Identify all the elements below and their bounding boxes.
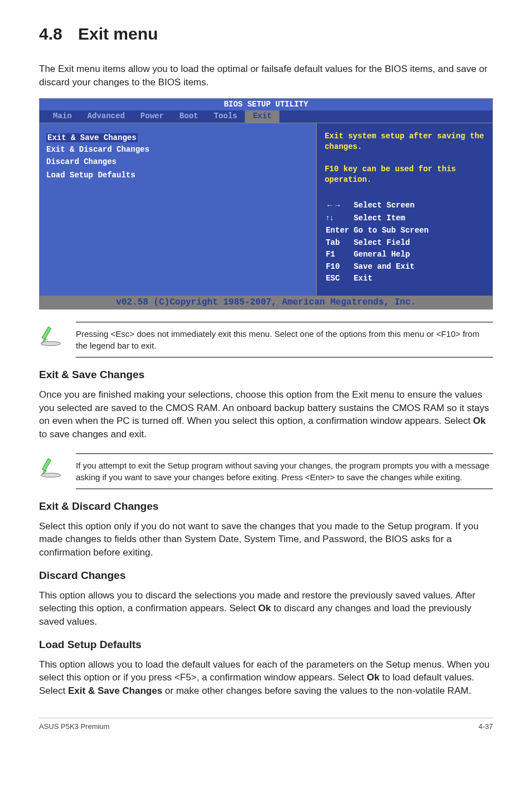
text: Once you are finished making your select… bbox=[39, 389, 489, 427]
menu-item-exit[interactable]: Exit bbox=[245, 110, 279, 123]
menu-item-main[interactable]: Main bbox=[45, 110, 80, 123]
bios-panel: BIOS SETUP UTILITY Main Advanced Power B… bbox=[39, 98, 493, 296]
legend-row: EnterGo to Sub Screen bbox=[326, 225, 432, 236]
svg-rect-2 bbox=[42, 327, 51, 339]
bios-item-defaults[interactable]: Load Setup Defaults bbox=[46, 170, 309, 182]
page-title: 4.8Exit menu bbox=[39, 22, 493, 46]
legend-label: Select Screen bbox=[354, 200, 432, 212]
text: to save changes and exit. bbox=[39, 429, 147, 439]
legend-row: ↑↓Select Item bbox=[326, 212, 432, 224]
legend-row: ESCExit bbox=[326, 273, 432, 284]
legend-row: F10Save and Exit bbox=[326, 262, 432, 273]
bios-help-panel: Exit system setup after saving the chang… bbox=[316, 123, 492, 296]
bios-menu-bar: Main Advanced Power Boot Tools Exit bbox=[40, 110, 492, 123]
menu-item-tools[interactable]: Tools bbox=[206, 110, 245, 123]
subheading-discard: Discard Changes bbox=[39, 568, 493, 583]
section-title-text: Exit menu bbox=[78, 25, 158, 43]
note-text: If you attempt to exit the Setup program… bbox=[76, 453, 493, 489]
paragraph-discard: This option allows you to discard the se… bbox=[39, 589, 493, 629]
bios-item-discard-exit[interactable]: Exit & Discard Changes bbox=[46, 144, 309, 156]
subheading-save: Exit & Save Changes bbox=[39, 368, 493, 383]
arrow-up-down-icon: ↑↓ bbox=[326, 212, 333, 224]
bios-item-discard[interactable]: Discard Changes bbox=[46, 156, 309, 168]
svg-point-0 bbox=[41, 342, 61, 346]
legend-label: Select Item bbox=[354, 212, 432, 224]
arrow-left-right-icon: ←→ bbox=[326, 200, 341, 211]
pencil-icon bbox=[39, 453, 66, 484]
legend-table: ←→Select Screen ↑↓Select Item EnterGo to… bbox=[325, 199, 433, 286]
section-number: 4.8 bbox=[39, 22, 78, 46]
legend-key: F10 bbox=[326, 262, 352, 273]
menu-item-power[interactable]: Power bbox=[133, 110, 172, 123]
svg-point-3 bbox=[41, 473, 61, 477]
document-page: 4.8Exit menu The Exit menu items allow y… bbox=[0, 0, 532, 748]
note-box: If you attempt to exit the Setup program… bbox=[39, 453, 493, 489]
bios-footer: v02.58 (C)Copyright 1985-2007, American … bbox=[39, 296, 493, 310]
bold-text: Ok bbox=[367, 672, 380, 683]
legend-label: Save and Exit bbox=[354, 262, 432, 273]
svg-rect-5 bbox=[42, 458, 51, 471]
legend-key: F1 bbox=[326, 249, 352, 260]
footer-left: ASUS P5K3 Premium bbox=[39, 722, 109, 732]
subheading-discard-exit: Exit & Discard Changes bbox=[39, 499, 493, 514]
bios-header: BIOS SETUP UTILITY bbox=[40, 99, 492, 111]
note-box: Pressing <Esc> does not immediately exit… bbox=[39, 322, 493, 357]
legend-row: ←→Select Screen bbox=[326, 200, 432, 212]
legend-label: Exit bbox=[354, 273, 432, 284]
subheading-defaults: Load Setup Defaults bbox=[39, 637, 493, 653]
paragraph-discard-exit: Select this option only if you do not wa… bbox=[39, 520, 493, 559]
intro-paragraph: The Exit menu items allow you to load th… bbox=[39, 62, 493, 89]
legend-key: Enter bbox=[326, 225, 352, 236]
bold-text: Ok bbox=[473, 416, 486, 426]
bios-item-save: Exit & Save Changes bbox=[46, 133, 138, 142]
legend-row: F1General Help bbox=[326, 249, 432, 260]
legend-label: Select Field bbox=[354, 238, 432, 249]
bios-help-text: Exit system setup after saving the chang… bbox=[317, 123, 492, 194]
paragraph-save: Once you are finished making your select… bbox=[39, 388, 493, 441]
bold-text: Ok bbox=[258, 603, 271, 613]
bios-item-list: Exit & Save Changes Exit & Discard Chang… bbox=[40, 123, 316, 296]
paragraph-defaults: This option allows you to load the defau… bbox=[39, 658, 493, 698]
bios-item[interactable]: Exit & Save Changes bbox=[46, 132, 309, 144]
footer-right: 4-37 bbox=[478, 722, 493, 732]
bios-key-legend: ←→Select Screen ↑↓Select Item EnterGo to… bbox=[317, 194, 492, 296]
page-footer: ASUS P5K3 Premium 4-37 bbox=[39, 718, 493, 732]
pencil-icon bbox=[39, 322, 66, 352]
legend-label: Go to Sub Screen bbox=[354, 225, 432, 236]
menu-item-boot[interactable]: Boot bbox=[172, 110, 206, 123]
text: or make other changes before saving the … bbox=[162, 685, 471, 696]
legend-row: TabSelect Field bbox=[326, 238, 432, 249]
legend-key: Tab bbox=[326, 238, 352, 249]
menu-item-advanced[interactable]: Advanced bbox=[80, 110, 133, 123]
bios-body: Exit & Save Changes Exit & Discard Chang… bbox=[40, 123, 492, 296]
legend-label: General Help bbox=[354, 249, 432, 260]
help-line: Exit system setup after saving the chang… bbox=[325, 132, 484, 152]
legend-key: ESC bbox=[326, 273, 352, 284]
bold-text: Exit & Save Changes bbox=[68, 685, 162, 696]
help-line: F10 key can be used for this operation. bbox=[325, 165, 456, 185]
note-text: Pressing <Esc> does not immediately exit… bbox=[76, 322, 493, 357]
